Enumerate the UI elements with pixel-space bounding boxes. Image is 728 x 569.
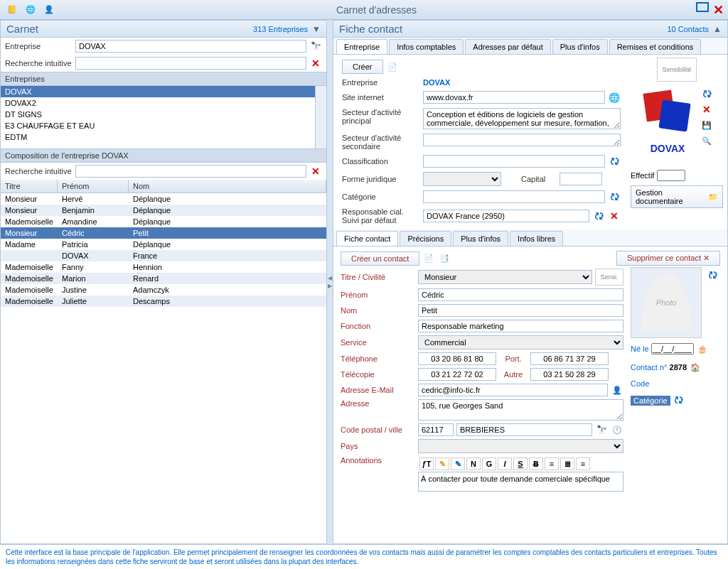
creer-entreprise-button[interactable]: Créer [342,60,383,74]
tab[interactable]: Plus d'infos [453,231,508,246]
refresh-resp-icon[interactable]: 🗘 [592,210,605,222]
cat-refresh-icon[interactable]: 🗘 [673,394,685,406]
contacts-grid[interactable]: MonsieurHervéDéplanqueMonsieurBenjaminDé… [1,193,326,543]
telecopie-input[interactable] [418,368,496,381]
home-icon[interactable]: 🏠 [689,361,702,374]
adresse-input[interactable]: 105, rue Georges Sand [418,399,623,421]
ville-search-icon[interactable]: 🔭 [595,423,608,436]
service-select[interactable]: Commercial [418,335,623,349]
calendar-icon[interactable]: 🎂 [696,342,709,355]
rt-highlight-icon[interactable]: ✎ [435,457,449,470]
titre-select[interactable]: Monsieur [418,270,592,284]
email-input[interactable] [418,384,608,396]
entreprises-scrollbar[interactable] [315,86,326,148]
effectif-input[interactable] [657,170,685,181]
creer-contact-button[interactable]: Créer un contact [341,251,419,266]
refresh-cat-icon[interactable]: 🗘 [608,190,621,203]
vertical-splitter[interactable]: ◀▶ [327,20,333,544]
rt-align-center-icon[interactable]: ≣ [560,457,574,470]
contact-row[interactable]: MademoiselleJustineAdamczyk [1,284,326,296]
ville-input[interactable] [456,423,592,436]
tab[interactable]: Plus d'infos [552,39,608,54]
rt-color-icon[interactable]: ✎ [451,457,465,470]
entreprises-list[interactable]: DOVAXDOVAX2DT SIGNSE3 CHAUFFAGE ET EAUED… [1,86,315,148]
forme-juridique-select[interactable] [423,172,501,186]
contacts-count-link[interactable]: 10 Contacts [667,25,709,33]
contact-row[interactable]: MademoiselleFannyHennion [1,261,326,273]
ne-le-input[interactable] [651,343,694,354]
pays-select[interactable] [418,439,623,453]
contact-row[interactable]: MademoiselleJulietteDescamps [1,296,326,307]
secteur2-input[interactable] [423,134,621,146]
rt-align-left-icon[interactable]: ≡ [545,457,559,470]
entreprise-row[interactable]: EDTM [1,131,315,143]
col-nom-header[interactable]: Nom [129,180,326,193]
tab[interactable]: Entreprise [336,39,387,54]
annotations-textarea[interactable]: À contacter pour toute demande comercial… [418,472,623,492]
tab[interactable]: Fiche contact [336,231,398,246]
toolbar-icon-2[interactable]: 🌐 [23,2,38,18]
supprimer-contact-button[interactable]: Supprimer ce contact ✕ [616,251,720,266]
refresh-classif-icon[interactable]: 🗘 [608,155,621,168]
email-icon[interactable]: 👤 [611,384,623,396]
rt-normal-button[interactable]: N [466,457,481,470]
contact-row[interactable]: MonsieurCédricPetit [1,227,326,239]
collapse-chevron-icon[interactable]: ▼ [312,24,321,34]
copy-contact-icon[interactable]: 📑 [438,252,451,265]
sensibilite-box[interactable]: Sensibilité [657,58,697,82]
new-contact-icon[interactable]: 📄 [422,252,435,265]
logo-delete-icon[interactable]: ✕ [700,103,713,116]
tab[interactable]: Infos comptables [389,39,464,54]
collapse-chevron2-icon[interactable]: ▲ [713,24,722,34]
col-titre-header[interactable]: Titre [1,180,58,193]
window-restore-icon[interactable] [696,2,709,12]
toolbar-icon-3[interactable]: 👤 [41,2,57,18]
contact-row[interactable]: DOVAXFrance [1,250,326,261]
tab[interactable]: Précisions [400,231,451,246]
capital-input[interactable] [560,173,602,185]
rt-bold-button[interactable]: G [482,457,496,470]
rt-font-icon[interactable]: ƒT [419,457,434,470]
contact-row[interactable]: MademoiselleMarionRenard [1,273,326,284]
secteur1-input[interactable]: Conception et éditions de logiciels de g… [423,108,621,129]
rt-underline-button[interactable]: S [513,457,528,470]
classification-input[interactable] [423,155,605,168]
codepostal-input[interactable] [418,423,454,436]
globe-icon[interactable]: 🌐 [608,91,621,104]
new-doc-icon[interactable]: 📄 [386,60,399,73]
contact-row[interactable]: MonsieurHervéDéplanque [1,193,326,205]
responsable-input[interactable] [423,210,589,222]
nom-input[interactable] [418,304,623,317]
logo-refresh-icon[interactable]: 🗘 [700,87,713,100]
entreprise-row[interactable]: DOVAX [1,86,315,97]
logo-save-icon[interactable]: 💾 [700,119,713,131]
categorie-badge[interactable]: Catégorie [631,396,670,406]
contact-photo[interactable]: Photo [631,267,702,338]
recherche-intuitive-input[interactable] [75,57,306,70]
col-prenom-header[interactable]: Prénom [58,180,129,193]
rt-italic-button[interactable]: I [498,457,512,470]
contact-row[interactable]: MonsieurBenjaminDéplanque [1,205,326,216]
tab[interactable]: Remises et conditions [609,39,702,54]
contact-sensi-box[interactable]: Sensi. [595,269,623,286]
site-internet-input[interactable] [423,91,605,104]
portable-input[interactable] [530,352,609,365]
fonction-input[interactable] [418,320,623,332]
gestion-documentaire-button[interactable]: Gestion documentaire 📁 [631,185,723,208]
clock-icon[interactable]: 🕐 [611,423,623,436]
tab[interactable]: Infos libres [510,231,563,246]
categorie-input[interactable] [423,190,605,203]
recherche-intuitive2-input[interactable] [75,165,306,178]
entreprise-search-input[interactable] [75,40,306,53]
clear-search2-icon[interactable]: ✕ [309,165,322,178]
entreprise-name-link[interactable]: DOVAX [423,78,450,87]
entreprise-row[interactable]: DT SIGNS [1,109,315,120]
logo-zoom-icon[interactable]: 🔍 [700,134,713,147]
contact-row[interactable]: MadamePatriciaDéplanque [1,239,326,250]
prenom-input[interactable] [418,288,623,301]
entreprise-row[interactable]: E3 CHAUFFAGE ET EAU [1,120,315,131]
clear-search-icon[interactable]: ✕ [309,57,322,70]
entreprise-row[interactable]: DOVAX2 [1,97,315,109]
telephone-input[interactable] [418,352,496,365]
entreprises-count-link[interactable]: 313 Entreprises [253,25,308,33]
